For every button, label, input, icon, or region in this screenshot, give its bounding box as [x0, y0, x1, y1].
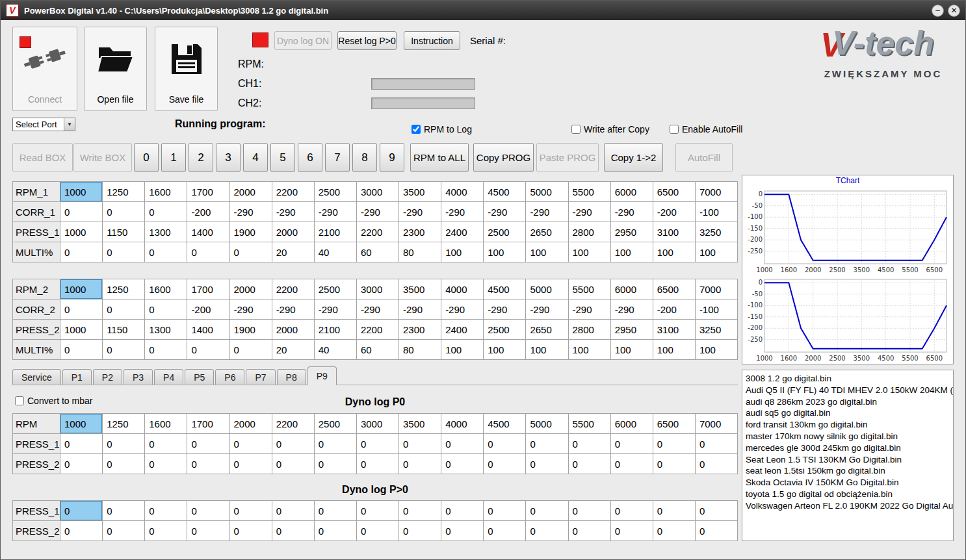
table-cell[interactable]: 2500	[484, 320, 526, 340]
digit-button-6[interactable]: 6	[298, 143, 322, 172]
connect-button[interactable]: Connect	[12, 27, 77, 111]
table-cell[interactable]: 0	[315, 521, 357, 541]
paste-prog-button[interactable]: Paste PROG	[536, 143, 599, 172]
table-cell[interactable]: 7000	[696, 279, 738, 299]
table-cell[interactable]: 0	[696, 501, 738, 521]
table-cell[interactable]: 2300	[399, 222, 441, 242]
table-cell[interactable]: 0	[145, 501, 187, 521]
table-cell[interactable]: 0	[230, 454, 272, 474]
file-list[interactable]: 3008 1.2 go digital.binAudi Q5 II (FY FL…	[742, 370, 954, 541]
table-cell[interactable]: -290	[315, 202, 357, 222]
table-cell[interactable]: 0	[103, 434, 145, 454]
table-cell[interactable]: 0	[272, 454, 315, 474]
table-cell[interactable]: 0	[103, 521, 145, 541]
table-cell[interactable]: 100	[611, 340, 653, 360]
table-cell[interactable]: -290	[569, 299, 611, 320]
table-cell[interactable]: 0	[103, 501, 145, 521]
write-after-copy-input[interactable]	[571, 125, 581, 134]
tab-p4[interactable]: P4	[154, 369, 183, 385]
tab-service[interactable]: Service	[12, 369, 61, 385]
digit-button-0[interactable]: 0	[134, 143, 159, 172]
table-cell[interactable]: 0	[569, 521, 611, 541]
table-cell[interactable]: -290	[611, 202, 653, 222]
table-cell[interactable]: 2500	[484, 222, 526, 242]
reset-log-button[interactable]: Reset log P>0	[337, 31, 397, 50]
table-cell[interactable]: -200	[187, 202, 229, 222]
table-cell[interactable]: -290	[526, 299, 568, 320]
tab-p1[interactable]: P1	[62, 369, 92, 385]
table-cell[interactable]: 0	[187, 454, 229, 474]
table-cell[interactable]: 0	[484, 454, 526, 474]
table-cell[interactable]: 0	[315, 454, 357, 474]
table-cell[interactable]: -290	[399, 299, 441, 320]
table-cell[interactable]: 20	[272, 340, 315, 360]
table-cell[interactable]: 80	[399, 340, 441, 360]
table-cell[interactable]: -290	[484, 299, 526, 320]
table-cell[interactable]: 0	[145, 202, 187, 222]
table-cell[interactable]: 0	[60, 202, 103, 222]
file-list-item[interactable]: seat leon 1.5tsi 150km go digital.bin	[744, 465, 952, 477]
table-cell[interactable]: 4500	[484, 182, 526, 202]
table-cell[interactable]: 0	[653, 501, 696, 521]
file-list-item[interactable]: audi q8 286km 2023 go digital.bin	[744, 396, 952, 408]
table-cell[interactable]: 0	[441, 454, 484, 474]
table-cell[interactable]: 0	[696, 521, 738, 541]
table-cell[interactable]: 3000	[357, 182, 399, 202]
table-cell[interactable]: 3250	[696, 222, 738, 242]
table-cell[interactable]: 100	[696, 340, 738, 360]
table-cell[interactable]: 1250	[103, 414, 145, 434]
table-cell[interactable]: 100	[696, 242, 738, 262]
table-cell[interactable]: 1400	[187, 320, 229, 340]
file-list-item[interactable]: 3008 1.2 go digital.bin	[744, 373, 952, 385]
read-box-button[interactable]: Read BOX	[12, 143, 73, 172]
table-cell[interactable]: 0	[484, 501, 526, 521]
open-file-button[interactable]: Open file	[84, 27, 147, 111]
table-cell[interactable]: 4000	[441, 182, 484, 202]
table-cell[interactable]: 0	[484, 521, 526, 541]
file-list-item[interactable]: toyota 1.5 go digital od obciążenia.bin	[744, 489, 952, 500]
table-cell[interactable]: 3500	[399, 182, 441, 202]
table-cell[interactable]: 1250	[103, 279, 145, 299]
table-cell[interactable]: 2500	[315, 279, 357, 299]
table-cell[interactable]: 4500	[484, 414, 526, 434]
table-cell[interactable]: -290	[611, 299, 653, 320]
minimize-button[interactable]: –	[932, 5, 944, 17]
table-cell[interactable]: 1150	[103, 320, 145, 340]
table-cell[interactable]: 0	[145, 242, 187, 262]
table-cell[interactable]: 0	[60, 454, 103, 474]
table-cell[interactable]: 0	[399, 434, 441, 454]
table-cell[interactable]: 0	[484, 434, 526, 454]
table-cell[interactable]: 1600	[145, 279, 187, 299]
table-cell[interactable]: 2950	[611, 320, 653, 340]
table-cell[interactable]: 1700	[187, 182, 229, 202]
table-cell[interactable]: 2000	[230, 414, 272, 434]
table-cell[interactable]: 3000	[357, 279, 399, 299]
table-cell[interactable]: -290	[272, 202, 315, 222]
table-cell[interactable]: 0	[611, 454, 653, 474]
tab-p5[interactable]: P5	[185, 369, 214, 385]
table-cell[interactable]: 0	[230, 434, 272, 454]
rpm-to-log-input[interactable]	[411, 125, 421, 134]
tab-p7[interactable]: P7	[246, 369, 275, 385]
table-cell[interactable]: 100	[526, 242, 568, 262]
table-cell[interactable]: 60	[357, 242, 399, 262]
table-cell[interactable]: 40	[315, 340, 357, 360]
table-cell[interactable]: 2000	[272, 222, 315, 242]
rpm-to-all-button[interactable]: RPM to ALL	[410, 143, 469, 172]
table-cell[interactable]: 0	[230, 242, 272, 262]
tab-p6[interactable]: P6	[215, 369, 244, 385]
table-cell[interactable]: -290	[526, 202, 568, 222]
table-cell[interactable]: 5000	[526, 414, 568, 434]
table-cell[interactable]: 0	[187, 340, 229, 360]
table-cell[interactable]: 1900	[230, 222, 272, 242]
table-cell[interactable]: 3500	[399, 279, 441, 299]
copy-1-to-2-button[interactable]: Copy 1->2	[604, 143, 663, 172]
digit-button-5[interactable]: 5	[270, 143, 295, 172]
table-cell[interactable]: 0	[653, 434, 696, 454]
table-cell[interactable]: 2000	[230, 182, 272, 202]
table-cell[interactable]: 0	[357, 454, 399, 474]
table-cell[interactable]: 0	[315, 501, 357, 521]
table-cell[interactable]: 100	[653, 340, 696, 360]
digit-button-4[interactable]: 4	[243, 143, 268, 172]
table-cell[interactable]: 0	[357, 434, 399, 454]
